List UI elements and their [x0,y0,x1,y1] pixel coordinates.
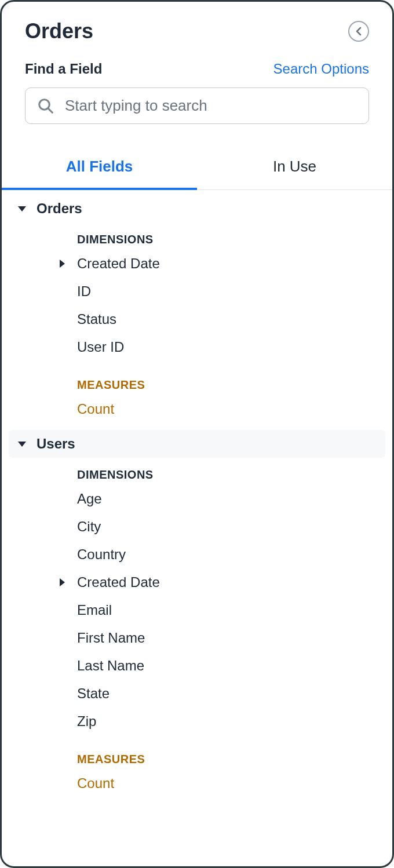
dimension-field[interactable]: Age [2,485,392,513]
field-label: Status [77,311,116,327]
measure-field[interactable]: Count [2,769,392,797]
field-label: Country [77,546,126,563]
search-icon [37,97,54,115]
search-section: Find a Field Search Options [2,49,392,124]
dimensions-label: DIMENSIONS [2,458,392,485]
view-header[interactable]: Users [9,430,385,458]
dimension-field[interactable]: City [2,513,392,541]
dimension-field[interactable]: ID [2,278,392,305]
field-label: User ID [77,339,124,355]
expand-slot [56,578,68,586]
dimension-field[interactable]: Created Date [2,250,392,278]
measures-label: MEASURES [2,361,392,395]
panel-title: Orders [25,19,93,43]
field-label: Email [77,602,112,618]
dimension-field[interactable]: Email [2,596,392,624]
field-picker-panel: Orders Find a Field Search Options All F… [0,0,394,868]
dimension-field[interactable]: Created Date [2,568,392,596]
field-label: ID [77,283,91,300]
field-label: Count [77,775,114,792]
dimension-field[interactable]: Status [2,305,392,333]
dimension-field[interactable]: User ID [2,333,392,361]
tab-in-use[interactable]: In Use [197,147,392,189]
caret-down-icon [18,206,26,211]
field-label: Zip [77,713,96,730]
caret-down-icon [18,442,26,447]
view-name: Orders [37,200,82,217]
expand-slot [56,260,68,268]
chevron-left-icon [355,27,363,36]
search-box[interactable] [25,87,369,124]
measure-field[interactable]: Count [2,395,392,423]
field-label: Count [77,401,114,417]
panel-header: Orders [2,2,392,49]
caret-right-icon [60,260,65,268]
tabs: All Fields In Use [2,147,392,190]
field-label: Created Date [77,574,160,590]
field-label: First Name [77,630,145,646]
field-label: City [77,519,101,535]
view-header[interactable]: Orders [2,195,392,223]
field-list: OrdersDIMENSIONSCreated DateIDStatusUser… [2,195,392,797]
measures-label: MEASURES [2,735,392,769]
svg-line-1 [48,108,52,112]
field-label: Last Name [77,658,144,674]
field-label: State [77,685,110,702]
dimension-field[interactable]: Zip [2,707,392,735]
view-name: Users [37,436,75,452]
dimension-field[interactable]: Country [2,541,392,568]
tab-all-fields[interactable]: All Fields [2,147,197,189]
search-options-link[interactable]: Search Options [273,61,369,77]
dimension-field[interactable]: First Name [2,624,392,652]
field-label: Created Date [77,256,160,272]
field-label: Age [77,491,102,507]
dimension-field[interactable]: Last Name [2,652,392,680]
caret-right-icon [60,578,65,586]
search-input[interactable] [64,96,357,115]
dimensions-label: DIMENSIONS [2,223,392,250]
dimension-field[interactable]: State [2,680,392,707]
collapse-panel-button[interactable] [348,21,369,42]
find-field-label: Find a Field [25,61,102,77]
search-labels-row: Find a Field Search Options [25,61,369,77]
